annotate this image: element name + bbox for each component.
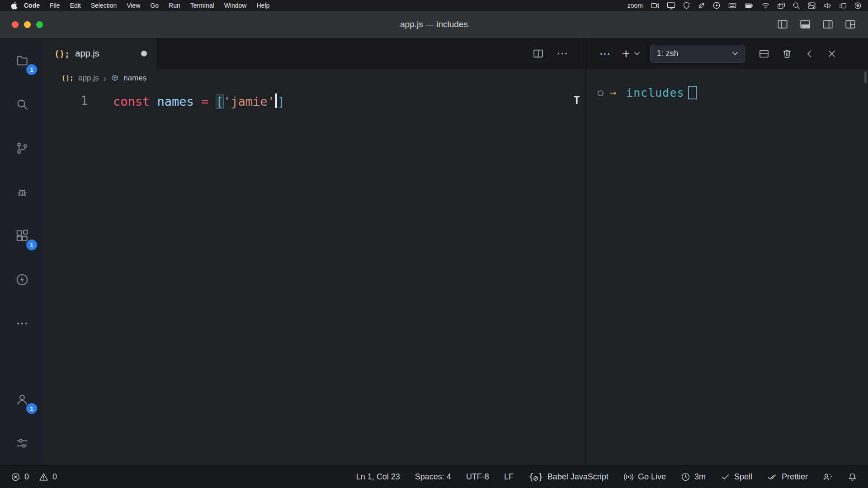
- prompt-status-circle: ○: [598, 87, 604, 98]
- terminal-cursor: [688, 86, 697, 99]
- errors-count: 0: [24, 472, 29, 482]
- display-icon[interactable]: [667, 1, 675, 10]
- toggle-sidebar-icon[interactable]: [777, 19, 788, 30]
- problems-errors[interactable]: 0: [11, 472, 29, 482]
- code-line-content: const names = ['jamie']: [88, 94, 285, 108]
- explorer-folder-icon: [15, 54, 29, 67]
- eol-sequence[interactable]: LF: [504, 472, 514, 482]
- breadcrumb-symbol[interactable]: names: [123, 74, 146, 83]
- menu-item-go[interactable]: Go: [145, 2, 164, 9]
- broadcast-icon: [623, 472, 634, 482]
- spell-checker[interactable]: Spell: [721, 472, 752, 482]
- volume-icon[interactable]: [823, 2, 831, 9]
- video-icon[interactable]: [651, 1, 660, 10]
- back-icon[interactable]: [805, 49, 815, 59]
- windows-icon[interactable]: [777, 2, 785, 9]
- activity-extensions[interactable]: 1: [0, 214, 44, 258]
- spell-label: Spell: [734, 472, 752, 482]
- terminal[interactable]: ○ → includes: [586, 69, 868, 465]
- editor-more-actions-icon[interactable]: ⋯: [557, 47, 569, 61]
- activity-debug[interactable]: [0, 170, 44, 214]
- menu-item-help[interactable]: Help: [251, 2, 274, 9]
- terminal-session-label: 1: zsh: [657, 49, 679, 58]
- menu-item-run[interactable]: Run: [164, 2, 185, 9]
- toggle-panel-icon[interactable]: [799, 19, 811, 30]
- indentation[interactable]: Spaces: 4: [415, 472, 451, 482]
- shield-icon[interactable]: [683, 1, 690, 9]
- clock-icon: [681, 472, 690, 482]
- close-window-button[interactable]: [12, 21, 19, 28]
- apple-menu-icon[interactable]: [11, 2, 17, 9]
- indentation-label: Spaces: 4: [415, 472, 451, 482]
- minimap[interactable]: T: [574, 94, 580, 107]
- breadcrumb-file[interactable]: app.js: [78, 74, 99, 83]
- split-editor-icon[interactable]: [533, 48, 544, 59]
- menu-item-view[interactable]: View: [122, 2, 145, 9]
- cursor-position[interactable]: Ln 1, Col 23: [356, 472, 400, 482]
- activity-bar: 1 1 1: [0, 38, 44, 465]
- stage-manager-icon[interactable]: [839, 2, 847, 9]
- terminal-session-dropdown[interactable]: 1: zsh: [650, 45, 745, 63]
- menu-item-window[interactable]: Window: [219, 2, 252, 9]
- activity-source-control[interactable]: [0, 126, 44, 170]
- statusbar-left: 0 0: [11, 472, 57, 482]
- toggle-secondary-sidebar-icon[interactable]: [822, 19, 834, 30]
- keyboard-icon[interactable]: [728, 2, 737, 9]
- leaf-icon[interactable]: [698, 2, 705, 9]
- minimize-window-button[interactable]: [24, 21, 31, 28]
- main-area: 1 1 1: [0, 38, 868, 465]
- people-status[interactable]: [823, 472, 833, 482]
- menu-item-terminal[interactable]: Terminal: [185, 2, 219, 9]
- activity-search[interactable]: [0, 82, 44, 126]
- siri-icon[interactable]: [854, 2, 862, 9]
- prompt-arrow: →: [610, 86, 616, 99]
- eol-label: LF: [504, 472, 514, 482]
- menu-item-selection[interactable]: Selection: [86, 2, 122, 9]
- fullscreen-window-button[interactable]: [36, 21, 43, 28]
- language-mode[interactable]: {} Babel JavaScript: [528, 472, 609, 482]
- menu-item-edit[interactable]: Edit: [65, 2, 86, 9]
- timer[interactable]: 3m: [681, 472, 706, 482]
- code-editor[interactable]: 1 const names = ['jamie'] T: [44, 88, 585, 465]
- tab-appjs[interactable]: (); app.js: [44, 38, 157, 69]
- encoding[interactable]: UTF-8: [466, 472, 489, 482]
- activity-explorer[interactable]: 1: [0, 38, 44, 82]
- chevron-right-icon: ›: [103, 73, 106, 84]
- window-title: app.js — includes: [0, 19, 868, 29]
- new-terminal-chevron-icon[interactable]: [634, 51, 640, 56]
- layout-icon[interactable]: [844, 19, 856, 30]
- new-terminal-icon[interactable]: +: [622, 47, 630, 61]
- statusbar-right: Ln 1, Col 23 Spaces: 4 UTF-8 LF {} Babel…: [356, 472, 857, 482]
- split-terminal-icon[interactable]: [759, 48, 769, 59]
- accounts-icon: [15, 393, 29, 406]
- problems-warnings[interactable]: 0: [39, 472, 57, 482]
- terminal-scrollbar[interactable]: [864, 71, 867, 83]
- zoom-menu-label[interactable]: zoom: [627, 2, 643, 9]
- play-circle-icon[interactable]: [712, 1, 721, 9]
- check-icon: [721, 472, 730, 482]
- wifi-icon[interactable]: [761, 2, 770, 9]
- extensions-badge: 1: [26, 239, 37, 250]
- activity-lightning[interactable]: [0, 258, 44, 301]
- window-titlebar[interactable]: app.js — includes: [0, 11, 868, 38]
- menu-item-file[interactable]: File: [45, 2, 65, 9]
- go-live[interactable]: Go Live: [623, 472, 666, 482]
- terminal-header-actions: [759, 48, 837, 59]
- notifications[interactable]: [848, 472, 857, 482]
- trash-icon[interactable]: [782, 48, 793, 59]
- more-icon: [15, 317, 29, 330]
- go-live-label: Go Live: [638, 472, 666, 482]
- close-panel-icon[interactable]: [827, 49, 837, 59]
- line-number: 1: [44, 94, 88, 108]
- unsaved-changes-dot[interactable]: [141, 51, 147, 56]
- prettier[interactable]: Prettier: [767, 472, 808, 482]
- activity-more[interactable]: [0, 301, 44, 345]
- activity-accounts[interactable]: 1: [0, 377, 44, 421]
- terminal-panel: ⋯ + 1: zsh ○ → includes: [585, 38, 868, 465]
- menu-item-code[interactable]: Code: [19, 2, 45, 9]
- battery-icon[interactable]: [744, 2, 754, 9]
- terminal-more-icon[interactable]: ⋯: [599, 47, 611, 60]
- control-center-icon[interactable]: [807, 2, 816, 9]
- activity-settings[interactable]: [0, 421, 44, 465]
- search-icon[interactable]: [793, 2, 800, 9]
